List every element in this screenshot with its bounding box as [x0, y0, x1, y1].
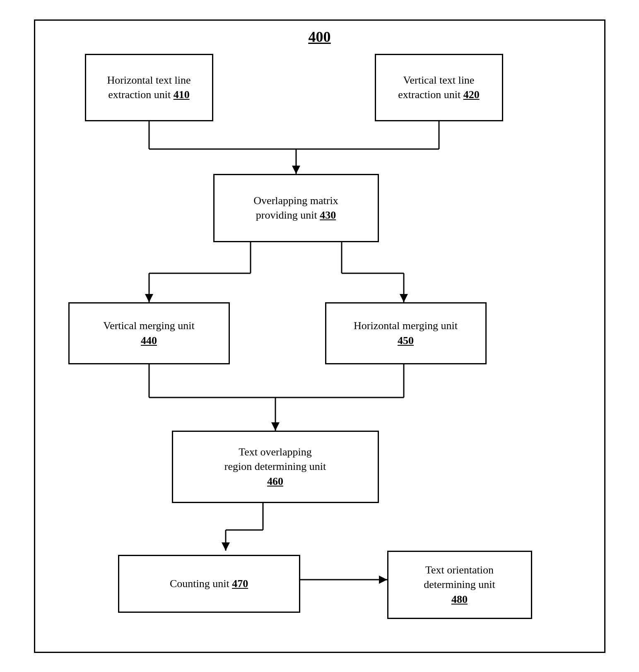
unit-470-label: Counting unit 470 [170, 576, 248, 591]
unit-470-box: Counting unit 470 [118, 555, 300, 613]
svg-marker-23 [222, 542, 230, 551]
unit-440-box: Vertical merging unit440 [68, 302, 230, 364]
unit-410-box: Horizontal text lineextraction unit 410 [85, 54, 213, 121]
unit-460-box: Text overlappingregion determining unit4… [172, 431, 379, 503]
unit-430-label: Overlapping matrixproviding unit 430 [253, 193, 338, 222]
svg-marker-13 [400, 294, 408, 302]
diagram-title: 400 [309, 28, 331, 46]
page: 400 [0, 0, 639, 672]
svg-marker-9 [145, 294, 153, 302]
svg-marker-5 [292, 166, 300, 174]
unit-410-label: Horizontal text lineextraction unit 410 [107, 73, 190, 102]
unit-450-box: Horizontal merging unit450 [325, 302, 487, 364]
unit-430-box: Overlapping matrixproviding unit 430 [213, 174, 379, 242]
diagram-container: 400 [34, 19, 605, 653]
unit-480-label: Text orientationdetermining unit480 [424, 563, 495, 606]
unit-460-label: Text overlappingregion determining unit4… [224, 445, 326, 488]
unit-420-box: Vertical text lineextraction unit 420 [375, 54, 503, 121]
svg-marker-19 [271, 422, 280, 431]
svg-marker-25 [379, 576, 387, 584]
unit-480-box: Text orientationdetermining unit480 [387, 551, 532, 619]
unit-440-label: Vertical merging unit440 [103, 318, 194, 347]
unit-450-label: Horizontal merging unit450 [354, 318, 458, 347]
unit-420-label: Vertical text lineextraction unit 420 [398, 73, 479, 102]
